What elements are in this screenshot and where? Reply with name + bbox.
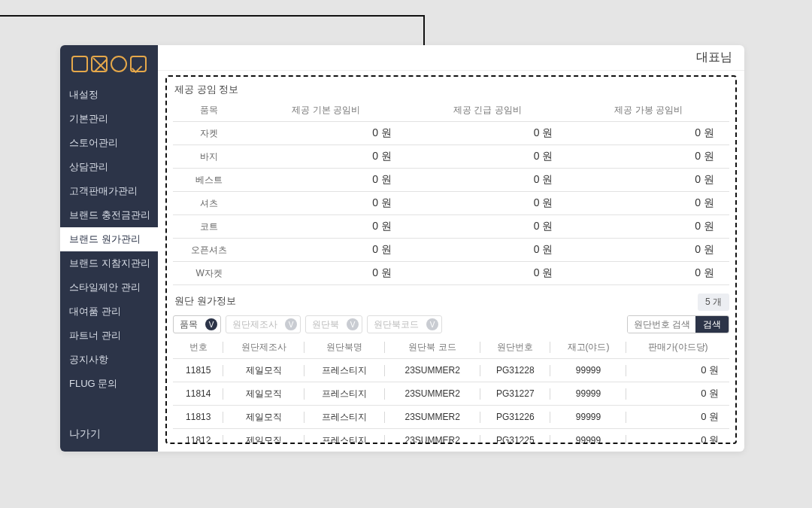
fee-urgent: 0 원 [407, 169, 568, 192]
fee-row: 바지0 원0 원0 원 [173, 145, 729, 169]
annotation-line-horizontal [0, 15, 423, 17]
fab-no: 11813 [173, 406, 223, 429]
fab-col-price: 판매가(야드당) [626, 336, 729, 359]
fee-col-urgent: 제공 긴급 공임비 [407, 99, 568, 122]
filter-book-label: 원단북 [312, 318, 339, 331]
chevron-down-icon: V [426, 318, 438, 330]
fab-maker: 제일모직 [223, 406, 304, 429]
sidebar-brand-cost[interactable]: 브랜드 원가관리 [60, 227, 158, 251]
sidebar-store-management[interactable]: 스토어관리 [60, 131, 158, 155]
sidebar-menu: 내설정기본관리스토어관리상담관리고객판매가관리브랜드 충전금관리브랜드 원가관리… [60, 78, 158, 420]
fabric-table: 번호 원단제조사 원단북명 원단북 코드 원단번호 재고(야드) 판매가(야드당… [173, 336, 729, 444]
sidebar-basic-management[interactable]: 기본관리 [60, 107, 158, 131]
fab-fabno: PG31226 [480, 406, 550, 429]
app-logo [60, 45, 158, 78]
user-label: 대표님 [696, 50, 732, 65]
exit-button[interactable]: 나가기 [60, 420, 158, 452]
fee-item: 베스트 [173, 169, 246, 192]
fee-fitting: 0 원 [568, 215, 729, 239]
sidebar-notice[interactable]: 공지사항 [60, 348, 158, 372]
fee-base: 0 원 [246, 122, 407, 145]
sidebar-my-settings[interactable]: 내설정 [60, 83, 158, 107]
fee-col-base: 제공 기본 공임비 [246, 99, 407, 122]
fabric-row[interactable]: 11813제일모직프레스티지23SUMMER2PG31226999990 원 [173, 406, 729, 429]
fee-row: 베스트0 원0 원0 원 [173, 169, 729, 192]
fee-table: 품목 제공 기본 공임비 제공 긴급 공임비 제공 가봉 공임비 자켓0 원0 … [173, 99, 729, 285]
fab-price: 0 원 [626, 406, 729, 429]
fee-urgent: 0 원 [407, 262, 568, 285]
fee-base: 0 원 [246, 239, 407, 262]
fabric-section-title: 원단 원가정보 [173, 293, 238, 311]
search-button[interactable]: 검색 [695, 316, 729, 333]
fee-base: 0 원 [246, 169, 407, 192]
fab-code: 23SUMMER2 [385, 382, 480, 406]
topbar: 대표님 [158, 45, 744, 71]
sidebar-consult-management[interactable]: 상담관리 [60, 155, 158, 179]
content-highlight: 제공 공임 정보 품목 제공 기본 공임비 제공 긴급 공임비 제공 가봉 공임… [165, 75, 737, 444]
fab-book: 프레스티지 [304, 429, 385, 445]
fab-stock: 99999 [550, 429, 626, 445]
fabric-count-badge: 5 개 [698, 294, 729, 311]
fee-item: W자켓 [173, 262, 246, 285]
logo-hourglass-icon [91, 56, 108, 72]
sidebar-brand-bring[interactable]: 브랜드 지참지관리 [60, 251, 158, 275]
chevron-down-icon: V [285, 318, 297, 330]
fab-col-fabno: 원단번호 [480, 336, 550, 359]
sidebar-rental[interactable]: 대여품 관리 [60, 300, 158, 324]
sidebar-style-suggest[interactable]: 스타일제안 관리 [60, 275, 158, 300]
fab-no: 11815 [173, 359, 223, 382]
fab-col-no: 번호 [173, 336, 223, 359]
fab-code: 23SUMMER2 [385, 429, 480, 445]
fee-col-fitting: 제공 가봉 공임비 [568, 99, 729, 122]
fab-no: 11814 [173, 382, 223, 406]
chevron-down-icon: V [205, 318, 217, 330]
filter-bookcode-combo[interactable]: 원단북코드 V [367, 315, 442, 333]
fab-stock: 99999 [550, 406, 626, 429]
main-area: 대표님 제공 공임 정보 품목 제공 기본 공임비 제공 긴급 공임비 제공 가… [158, 45, 744, 452]
fee-base: 0 원 [246, 192, 407, 215]
fee-base: 0 원 [246, 145, 407, 169]
fab-price: 0 원 [626, 359, 729, 382]
fabric-row[interactable]: 11814제일모직프레스티지23SUMMER2PG31227999990 원 [173, 382, 729, 406]
fab-code: 23SUMMER2 [385, 406, 480, 429]
fee-urgent: 0 원 [407, 192, 568, 215]
fab-stock: 99999 [550, 359, 626, 382]
sidebar-partner[interactable]: 파트너 관리 [60, 324, 158, 348]
fee-row: 셔츠0 원0 원0 원 [173, 192, 729, 215]
fee-urgent: 0 원 [407, 145, 568, 169]
fee-fitting: 0 원 [568, 169, 729, 192]
fab-maker: 제일모직 [223, 359, 304, 382]
fab-price: 0 원 [626, 382, 729, 406]
filter-maker-combo[interactable]: 원단제조사 V [226, 315, 301, 333]
fab-col-code: 원단북 코드 [385, 336, 480, 359]
fab-code: 23SUMMER2 [385, 359, 480, 382]
fabric-row[interactable]: 11812제일모직프레스티지23SUMMER2PG31225999990 원 [173, 429, 729, 445]
fab-book: 프레스티지 [304, 382, 385, 406]
fab-price: 0 원 [626, 429, 729, 445]
fee-section: 제공 공임 정보 품목 제공 기본 공임비 제공 긴급 공임비 제공 가봉 공임… [173, 81, 729, 285]
filter-bookcode-label: 원단북코드 [374, 318, 419, 331]
sidebar-brand-charge[interactable]: 브랜드 충전금관리 [60, 203, 158, 227]
app-window: 내설정기본관리스토어관리상담관리고객판매가관리브랜드 충전금관리브랜드 원가관리… [60, 45, 744, 452]
fab-fabno: PG31227 [480, 382, 550, 406]
fabric-filter-row: 품목 V 원단제조사 V 원단북 V 원단북코드 V [173, 315, 729, 333]
fee-item: 셔츠 [173, 192, 246, 215]
filter-item-label: 품목 [180, 318, 198, 331]
fee-urgent: 0 원 [407, 239, 568, 262]
sidebar-flug-inquiry[interactable]: FLUG 문의 [60, 372, 158, 396]
fee-fitting: 0 원 [568, 239, 729, 262]
fabric-search-input[interactable] [628, 316, 695, 333]
logo-square-icon [71, 56, 88, 72]
filter-book-combo[interactable]: 원단북 V [305, 315, 362, 333]
fab-maker: 제일모직 [223, 382, 304, 406]
fabric-section: 원단 원가정보 5 개 품목 V 원단제조사 V 원단북 V [173, 293, 729, 444]
sidebar-customer-price[interactable]: 고객판매가관리 [60, 179, 158, 203]
fab-col-stock: 재고(야드) [550, 336, 626, 359]
fab-book: 프레스티지 [304, 359, 385, 382]
filter-item-combo[interactable]: 품목 V [173, 315, 221, 333]
fee-urgent: 0 원 [407, 122, 568, 145]
fab-stock: 99999 [550, 382, 626, 406]
fee-section-title: 제공 공임 정보 [173, 81, 729, 99]
fabric-row[interactable]: 11815제일모직프레스티지23SUMMER2PG31228999990 원 [173, 359, 729, 382]
fab-fabno: PG31225 [480, 429, 550, 445]
